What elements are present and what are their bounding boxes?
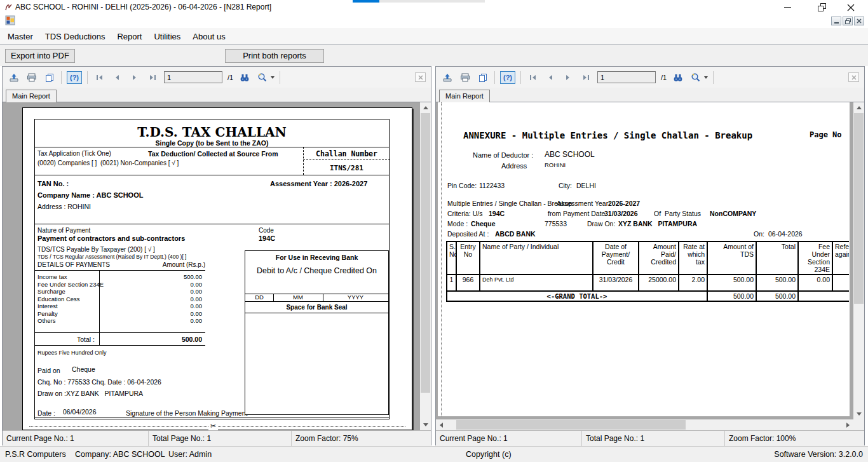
on-value: 06-04-2026 [768,230,803,238]
child-close-button[interactable] [854,17,864,25]
print-both-reports-button[interactable]: Print both reports [225,49,324,63]
grand-total-tds: 500.00 [707,291,756,301]
address-value: ROHINI [545,162,566,169]
right-vertical-scrollbar[interactable] [853,102,864,419]
bank-use-box: For Use in Receving Bank Debit to A/c / … [245,250,389,415]
breakup-label: Multiple Entries / Single Challan - Brea… [447,200,573,207]
scroll-down-button[interactable] [853,409,864,419]
pin-label: Pin Code: [447,182,477,189]
scroll-thumb[interactable] [421,113,430,393]
application-window: ABC SCHOOL - ROHINI - DELHI (2025-2026) … [0,0,868,462]
toggle-group-tree-button[interactable]: (?) [67,71,82,84]
annexure-report-area: ANNEXURE - Multiple Entries / Single Cha… [436,102,864,430]
party-status-label: Of Party Status [654,210,701,217]
next-page-icon[interactable] [128,72,141,83]
deductor-name: ABC SCHOOL [545,151,595,160]
zoom-dropdown-caret[interactable] [271,76,275,79]
party-status-value: NonCOMPANY [710,210,756,217]
previous-page-icon[interactable] [111,72,123,83]
menu-bar: Master TDS Deductions Report Utilities A… [0,28,868,44]
zoom-magnifier-icon[interactable] [689,72,702,83]
minimize-button[interactable] [782,2,793,13]
last-page-icon[interactable] [580,72,592,83]
right-horizontal-scrollbar[interactable] [436,419,853,430]
draw-on-label: Draw On: [587,220,615,228]
header-amount-tds: Amount of TDS [707,241,756,275]
payment-row-amount: 0.00 [99,289,202,296]
scroll-left-button[interactable] [436,419,447,430]
menu-master[interactable]: Master [8,32,33,41]
page-number-input[interactable] [164,71,222,83]
menu-report[interactable]: Report [117,32,142,41]
challan-number-value: ITNS/281 [303,165,390,173]
app-icon [4,3,13,15]
mdi-strip [0,14,868,28]
annexure-page: ANNEXURE - Multiple Entries / Single Cha… [438,102,850,416]
first-page-icon[interactable] [93,72,105,83]
export-report-icon[interactable] [8,72,20,83]
print-report-icon[interactable] [25,72,38,83]
scroll-thumb[interactable] [854,113,864,304]
total-amount: 500.00 [99,336,202,343]
page-number-input[interactable] [597,71,656,83]
payment-row-amount: 500.00 [99,274,202,281]
menu-tds-deductions[interactable]: TDS Deductions [45,32,105,41]
zoom-control[interactable] [256,72,275,83]
next-page-icon[interactable] [562,72,574,83]
progress-indicator [353,0,485,3]
zoom-control[interactable] [689,72,708,83]
header-entry-no: Entry No [456,241,480,275]
export-report-icon[interactable] [441,72,454,83]
address-line: Address : ROHINI [37,203,91,210]
restore-button[interactable] [816,2,827,13]
find-binoculars-icon[interactable] [238,72,251,83]
header-total: Total [756,241,798,275]
cell-party-name: Deh Pvt. Ltd [480,275,593,291]
date-value: 06/04/2026 [63,408,97,416]
export-into-pdf-button[interactable]: Export into PDF [5,49,75,63]
print-report-icon[interactable] [459,72,471,83]
report-form-icon [5,15,15,28]
first-page-icon[interactable] [526,72,539,83]
grand-total-empty [798,291,849,301]
company-label: Company: ABC SCHOOL [75,450,165,459]
scroll-thumb[interactable] [456,420,686,430]
close-button[interactable] [845,2,857,13]
assessment-year-label: Assessment Year: [557,200,610,207]
zoom-factor-status: Zoom Factor: 100% [725,431,864,446]
date-label: Date : [37,409,55,417]
right-viewer-toolbar: (?) /1 [436,67,864,88]
main-report-tab[interactable]: Main Report [439,90,490,102]
menu-about-us[interactable]: About us [193,32,225,41]
left-viewer-statusbar: Current Page No.: 1 Total Page No.: 1 Zo… [3,430,431,446]
zoom-dropdown-caret[interactable] [704,76,708,79]
viewer-close-button[interactable] [848,72,859,82]
scroll-up-button[interactable] [853,102,864,113]
scrollbar-corner [853,419,864,430]
challan-page: T.D.S. TAX CHALLAN Single Copy (to be Se… [22,107,412,430]
cell-reference [832,275,849,291]
left-vertical-scrollbar[interactable] [420,102,431,430]
scroll-right-button[interactable] [843,419,853,430]
challan-viewer-panel: (?) /1 Main Report T.D.S. TAX CHALLAN [2,66,431,445]
challan-report-area: T.D.S. TAX CHALLAN Single Copy (to be Se… [3,102,431,430]
copy-icon[interactable] [477,72,489,83]
last-page-icon[interactable] [146,72,159,83]
challan-title: T.D.S. TAX CHALLAN [35,125,389,140]
find-binoculars-icon[interactable] [672,72,684,83]
annexure-table: S. No Entry No Name of Party / Individua… [446,241,849,302]
menu-utilities[interactable]: Utilities [154,32,180,41]
nature-label: Nature of Payment [37,227,90,234]
zoom-magnifier-icon[interactable] [256,72,269,83]
page-total-label: /1 [227,74,233,81]
child-minimize-button[interactable] [831,17,841,25]
previous-page-icon[interactable] [544,72,557,83]
main-report-tab[interactable]: Main Report [6,90,57,102]
company-line: Company Name : ABC SCHOOL [37,191,143,200]
viewer-close-button[interactable] [415,72,426,82]
scroll-up-button[interactable] [420,102,431,113]
scroll-down-button[interactable] [420,419,431,430]
toggle-group-tree-button[interactable]: (?) [500,71,515,84]
child-restore-button[interactable] [843,17,853,25]
copy-icon[interactable] [43,72,56,83]
